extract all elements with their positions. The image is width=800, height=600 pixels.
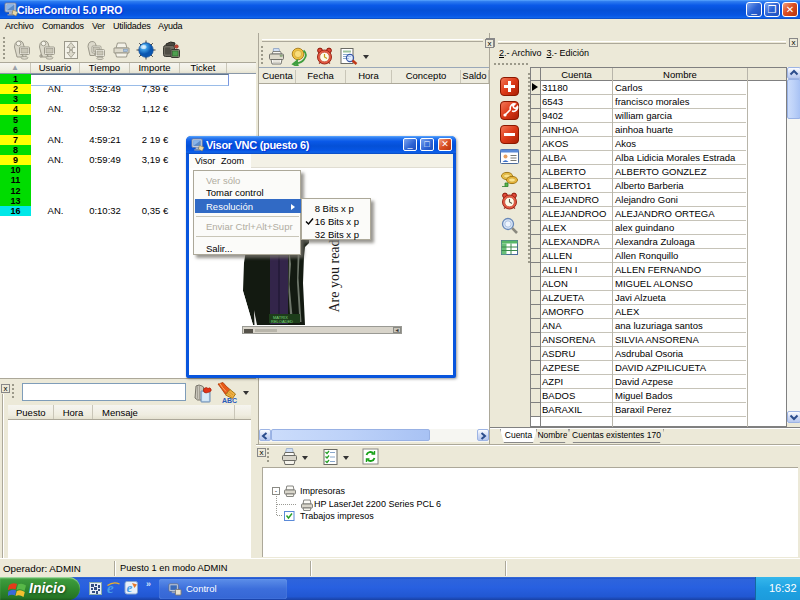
svg-text:RELOADED: RELOADED <box>271 319 293 324</box>
svg-text:e: e <box>127 580 133 595</box>
svg-text:ABC: ABC <box>222 397 237 404</box>
